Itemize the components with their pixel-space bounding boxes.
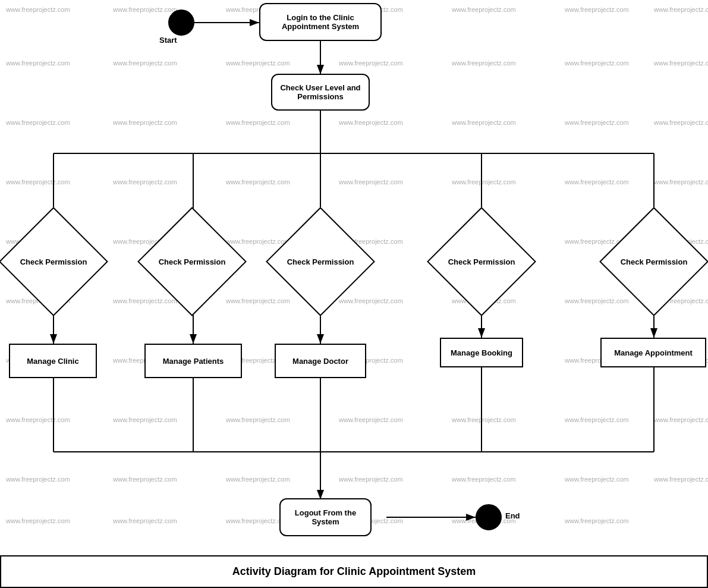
watermark: www.freeprojectz.com [654,6,708,13]
watermark: www.freeprojectz.com [226,416,290,423]
watermark: www.freeprojectz.com [452,119,516,126]
watermark: www.freeprojectz.com [339,119,403,126]
watermark: www.freeprojectz.com [113,476,177,483]
manage-doctor-node: Manage Doctor [275,344,366,378]
watermark: www.freeprojectz.com [339,178,403,185]
watermark: www.freeprojectz.com [6,178,70,185]
manage-patients-node: Manage Patients [144,344,242,378]
watermark: www.freeprojectz.com [6,119,70,126]
watermark: www.freeprojectz.com [6,476,70,483]
watermark: www.freeprojectz.com [565,416,629,423]
watermark: www.freeprojectz.com [113,416,177,423]
watermark: www.freeprojectz.com [226,297,290,304]
end-node [476,504,502,530]
check-permission-2-diamond: Check Permission [153,223,231,300]
watermark: www.freeprojectz.com [452,476,516,483]
footer-bar: Activity Diagram for Clinic Appointment … [0,555,708,588]
watermark: www.freeprojectz.com [226,119,290,126]
start-node [168,10,194,36]
watermark: www.freeprojectz.com [113,6,177,13]
watermark: www.freeprojectz.com [654,119,708,126]
manage-appointment-node: Manage Appointment [600,338,706,367]
start-label: Start [159,36,177,45]
watermark: www.freeprojectz.com [452,416,516,423]
watermark: www.freeprojectz.com [654,476,708,483]
watermark: www.freeprojectz.com [113,119,177,126]
watermark: www.freeprojectz.com [226,238,290,245]
watermark: www.freeprojectz.com [6,517,70,524]
login-node: Login to the Clinic Appointment System [259,3,382,41]
watermark: www.freeprojectz.com [339,416,403,423]
watermark: www.freeprojectz.com [339,59,403,67]
check-permission-4-diamond: Check Permission [443,223,520,300]
manage-booking-node: Manage Booking [440,338,523,367]
watermark: www.freeprojectz.com [654,178,708,185]
watermark: www.freeprojectz.com [452,59,516,67]
watermark: www.freeprojectz.com [113,517,177,524]
watermark: www.freeprojectz.com [226,59,290,67]
watermark: www.freeprojectz.com [113,178,177,185]
watermark: www.freeprojectz.com [654,59,708,67]
watermark: www.freeprojectz.com [565,119,629,126]
check-permission-1-diamond: Check Permission [15,223,92,300]
diagram-title: Activity Diagram for Clinic Appointment … [232,565,476,578]
watermark: www.freeprojectz.com [6,6,70,13]
watermark: www.freeprojectz.com [226,178,290,185]
check-permission-5-diamond: Check Permission [615,223,693,300]
watermark: www.freeprojectz.com [654,416,708,423]
watermark: www.freeprojectz.com [565,178,629,185]
watermark: www.freeprojectz.com [6,59,70,67]
watermark: www.freeprojectz.com [565,59,629,67]
watermark: www.freeprojectz.com [565,517,629,524]
watermark: www.freeprojectz.com [6,416,70,423]
end-label: End [505,511,520,520]
watermark: www.freeprojectz.com [452,178,516,185]
watermark: www.freeprojectz.com [226,476,290,483]
watermark: www.freeprojectz.com [452,6,516,13]
watermark: www.freeprojectz.com [339,476,403,483]
manage-clinic-node: Manage Clinic [9,344,97,378]
check-permission-3-diamond: Check Permission [282,223,359,300]
check-user-level-node: Check User Level and Permissions [271,74,370,111]
logout-node: Logout From the System [279,498,372,536]
watermark: www.freeprojectz.com [113,59,177,67]
watermark: www.freeprojectz.com [565,476,629,483]
watermark: www.freeprojectz.com [565,6,629,13]
